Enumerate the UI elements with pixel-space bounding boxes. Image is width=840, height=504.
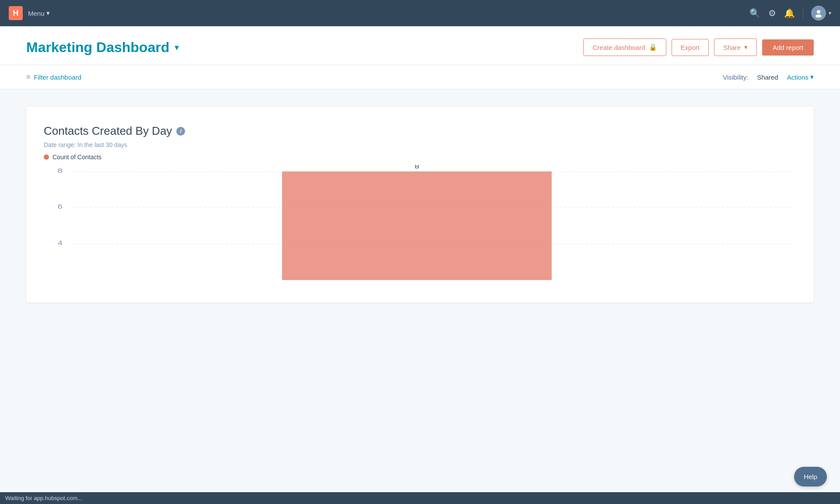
avatar — [811, 6, 826, 21]
svg-text:8: 8 — [58, 167, 63, 174]
visibility-prefix: Visibility: — [723, 74, 748, 81]
share-button[interactable]: Share ▾ — [714, 38, 757, 56]
filter-right: Visibility: Shared Actions ▾ — [723, 73, 814, 81]
menu-label: Menu — [28, 10, 45, 17]
chart-area: 8 6 4 8 — [44, 165, 796, 289]
legend-dot — [44, 154, 49, 160]
user-avatar-button[interactable]: ▾ — [811, 6, 831, 21]
dashboard-title: Marketing Dashboard — [26, 39, 169, 56]
help-label: Help — [804, 473, 817, 480]
export-button[interactable]: Export — [672, 39, 709, 56]
chart-title-area: Contacts Created By Day i — [44, 124, 796, 138]
add-report-button[interactable]: Add report — [762, 39, 814, 56]
svg-text:8: 8 — [415, 165, 419, 169]
info-icon[interactable]: i — [176, 127, 185, 136]
status-bar: Waiting for app.hubspot.com... — [0, 492, 840, 504]
chart-legend: Count of Contacts — [44, 154, 796, 161]
contacts-chart: 8 6 4 8 — [44, 165, 796, 287]
dashboard-header: Marketing Dashboard ▾ Create dashboard 🔒… — [0, 26, 840, 65]
filter-bar: ≡ Filter dashboard Visibility: Shared Ac… — [0, 65, 840, 89]
svg-point-0 — [817, 10, 820, 14]
share-label: Share — [723, 44, 741, 51]
actions-button[interactable]: Actions ▾ — [787, 73, 814, 81]
chart-title-text: Contacts Created By Day — [44, 124, 172, 138]
create-dashboard-button[interactable]: Create dashboard 🔒 — [583, 38, 666, 56]
settings-icon[interactable]: ⚙ — [768, 8, 776, 18]
add-report-label: Add report — [773, 44, 803, 51]
menu-chevron-icon: ▾ — [46, 9, 50, 17]
legend-label: Count of Contacts — [52, 154, 102, 161]
visibility-value: Shared — [757, 74, 778, 81]
top-navigation: H Menu ▾ 🔍 ⚙ 🔔 ▾ — [0, 0, 840, 26]
nav-left: H Menu ▾ — [9, 6, 50, 20]
actions-chevron-icon: ▾ — [810, 73, 814, 81]
search-icon[interactable]: 🔍 — [749, 8, 760, 18]
filter-icon: ≡ — [26, 73, 30, 81]
dashboard-title-area: Marketing Dashboard ▾ — [26, 39, 179, 56]
nav-divider — [803, 7, 803, 20]
menu-button[interactable]: Menu ▾ — [28, 9, 50, 17]
filter-left: ≡ Filter dashboard — [26, 73, 81, 81]
export-label: Export — [681, 44, 700, 51]
svg-text:6: 6 — [58, 203, 63, 210]
main-content: Contacts Created By Day i Date range: In… — [0, 89, 840, 504]
lock-icon: 🔒 — [649, 43, 657, 51]
notifications-icon[interactable]: 🔔 — [784, 8, 795, 18]
svg-text:4: 4 — [58, 239, 63, 246]
actions-label: Actions — [787, 74, 808, 81]
dashboard-title-chevron-icon[interactable]: ▾ — [175, 42, 179, 52]
nav-right: 🔍 ⚙ 🔔 ▾ — [749, 6, 831, 21]
create-dashboard-label: Create dashboard — [592, 44, 645, 51]
avatar-chevron-icon: ▾ — [829, 10, 831, 16]
status-text: Waiting for app.hubspot.com... — [5, 495, 82, 501]
dashboard-action-buttons: Create dashboard 🔒 Export Share ▾ Add re… — [583, 38, 814, 56]
chart-date-range: Date range: In the last 30 days — [44, 141, 796, 148]
chart-card: Contacts Created By Day i Date range: In… — [26, 107, 814, 302]
share-chevron-icon: ▾ — [744, 43, 748, 51]
filter-dashboard-button[interactable]: Filter dashboard — [34, 74, 81, 81]
svg-rect-9 — [282, 172, 552, 280]
filter-dashboard-label: Filter dashboard — [34, 74, 81, 81]
hubspot-logo[interactable]: H — [9, 6, 23, 20]
help-button[interactable]: Help — [794, 467, 827, 486]
svg-point-1 — [816, 14, 822, 18]
